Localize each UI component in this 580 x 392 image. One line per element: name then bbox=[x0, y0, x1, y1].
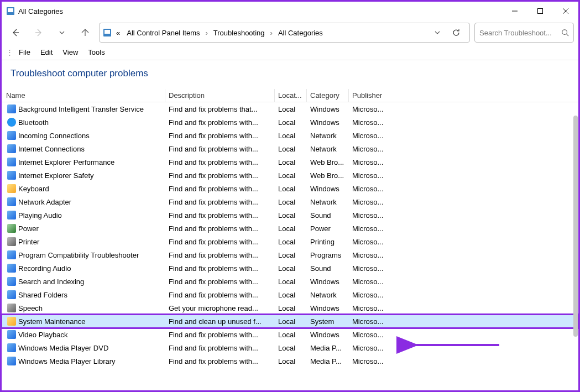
breadcrumb-item[interactable]: Troubleshooting bbox=[211, 28, 267, 38]
cell-publisher: Microso... bbox=[349, 238, 390, 246]
item-icon bbox=[7, 317, 16, 326]
list-item[interactable]: Windows Media Player DVDFind and fix pro… bbox=[2, 341, 578, 354]
list-item[interactable]: Incoming ConnectionsFind and fix problem… bbox=[2, 129, 578, 142]
cell-location: Local bbox=[275, 211, 307, 219]
cell-publisher: Microso... bbox=[349, 105, 390, 113]
item-icon bbox=[7, 118, 16, 127]
cell-publisher: Microso... bbox=[349, 198, 390, 206]
cell-publisher: Microso... bbox=[349, 185, 390, 193]
cell-description: Find and fix problems with... bbox=[165, 251, 275, 259]
cell-category: Sound bbox=[307, 211, 349, 219]
cell-publisher: Microso... bbox=[349, 145, 390, 153]
cell-name: Power bbox=[2, 224, 165, 233]
refresh-button[interactable] bbox=[446, 23, 466, 43]
cell-publisher: Microso... bbox=[349, 251, 390, 259]
search-input[interactable]: Search Troubleshoot... bbox=[474, 23, 574, 43]
cell-location: Local bbox=[275, 278, 307, 286]
column-header-category[interactable]: Category bbox=[307, 89, 349, 102]
menu-file[interactable]: File bbox=[19, 48, 30, 56]
cell-name: Video Playback bbox=[2, 330, 165, 339]
list-item[interactable]: Playing AudioFind and fix problems with.… bbox=[2, 208, 578, 222]
cell-location: Local bbox=[275, 132, 307, 140]
cell-category: Media P... bbox=[307, 344, 349, 352]
close-button[interactable] bbox=[553, 2, 578, 20]
list-item[interactable]: Search and IndexingFind and fix problems… bbox=[2, 275, 578, 288]
cell-name: Recording Audio bbox=[2, 264, 165, 273]
list-item[interactable]: Windows Media Player LibraryFind and fix… bbox=[2, 354, 578, 368]
cell-description: Find and fix problems with... bbox=[165, 132, 275, 140]
list-item[interactable]: Recording AudioFind and fix problems wit… bbox=[2, 262, 578, 275]
list-item[interactable]: Internet Explorer PerformanceFind and fi… bbox=[2, 155, 578, 169]
chevron-down-icon[interactable] bbox=[434, 29, 441, 36]
cell-category: Network bbox=[307, 132, 349, 140]
back-button[interactable] bbox=[6, 23, 25, 42]
list-item[interactable]: Internet Explorer SafetyFind and fix pro… bbox=[2, 169, 578, 182]
cell-location: Local bbox=[275, 171, 307, 180]
menu-tools[interactable]: Tools bbox=[88, 48, 104, 56]
cell-publisher: Microso... bbox=[349, 331, 390, 339]
list-item[interactable]: KeyboardFind and fix problems with...Loc… bbox=[2, 182, 578, 195]
column-header-name[interactable]: Name bbox=[2, 89, 165, 102]
list-item[interactable]: System MaintenanceFind and clean up unus… bbox=[2, 315, 578, 328]
list-item[interactable]: Video PlaybackFind and fix problems with… bbox=[2, 328, 578, 341]
address-bar[interactable]: « All Control Panel Items › Troubleshoot… bbox=[99, 23, 470, 43]
cell-description: Find and fix problems with... bbox=[165, 291, 275, 299]
menu-view[interactable]: View bbox=[62, 48, 78, 56]
list-item[interactable]: BluetoothFind and fix problems with...Lo… bbox=[2, 116, 578, 129]
cell-category: Sound bbox=[307, 264, 349, 273]
breadcrumb-item[interactable]: All Control Panel Items bbox=[124, 28, 202, 38]
breadcrumb-item[interactable]: All Categories bbox=[276, 28, 325, 38]
window-title: All Categories bbox=[18, 7, 63, 15]
menu-edit[interactable]: Edit bbox=[40, 48, 53, 56]
item-icon bbox=[7, 158, 16, 166]
cell-category: Printing bbox=[307, 238, 349, 246]
cell-category: Network bbox=[307, 145, 349, 153]
cell-description: Find and fix problems with... bbox=[165, 158, 275, 166]
column-header-location[interactable]: Locat... bbox=[275, 89, 307, 102]
drag-handle-icon[interactable]: ⋮ bbox=[6, 48, 12, 56]
column-header-description[interactable]: Description bbox=[165, 89, 275, 102]
item-icon bbox=[7, 144, 16, 153]
cell-publisher: Microso... bbox=[349, 278, 390, 286]
cell-name: Program Compatibility Troubleshooter bbox=[2, 250, 165, 259]
list-item[interactable]: PowerFind and fix problems with...LocalP… bbox=[2, 222, 578, 235]
list-item[interactable]: PrinterFind and fix problems with...Loca… bbox=[2, 235, 578, 248]
list-item[interactable]: Program Compatibility TroubleshooterFind… bbox=[2, 248, 578, 262]
scrollbar[interactable] bbox=[573, 110, 578, 342]
cell-category: Network bbox=[307, 291, 349, 299]
list-item[interactable]: Shared FoldersFind and fix problems with… bbox=[2, 288, 578, 301]
list-item[interactable]: Network AdapterFind and fix problems wit… bbox=[2, 195, 578, 208]
history-dropdown-button[interactable] bbox=[53, 23, 71, 42]
list-item[interactable]: Background Intelligent Transfer ServiceF… bbox=[2, 102, 578, 116]
item-name-label: Network Adapter bbox=[18, 198, 71, 206]
forward-arrow-icon bbox=[34, 28, 43, 37]
cell-category: Windows bbox=[307, 105, 349, 113]
cell-name: Windows Media Player Library bbox=[2, 357, 165, 365]
minimize-button[interactable] bbox=[502, 2, 527, 20]
cell-location: Local bbox=[275, 344, 307, 352]
column-header-publisher[interactable]: Publisher bbox=[349, 89, 390, 102]
cell-description: Find and fix problems with... bbox=[165, 344, 275, 352]
cell-location: Local bbox=[275, 251, 307, 259]
forward-button[interactable] bbox=[29, 23, 48, 42]
breadcrumb-prefix: « bbox=[114, 28, 122, 38]
cell-category: Windows bbox=[307, 278, 349, 286]
item-name-label: Windows Media Player Library bbox=[18, 357, 116, 365]
cell-category: Programs bbox=[307, 251, 349, 259]
cell-name: Internet Explorer Performance bbox=[2, 158, 165, 166]
cell-category: Web Bro... bbox=[307, 158, 349, 166]
cell-publisher: Microso... bbox=[349, 224, 390, 233]
cell-name: Keyboard bbox=[2, 184, 165, 193]
list-item[interactable]: Internet ConnectionsFind and fix problem… bbox=[2, 142, 578, 155]
maximize-button[interactable] bbox=[527, 2, 553, 20]
up-button[interactable] bbox=[76, 23, 95, 42]
cell-name: Background Intelligent Transfer Service bbox=[2, 104, 165, 113]
menu-bar: ⋮ File Edit View Tools bbox=[2, 45, 578, 60]
list-item[interactable]: SpeechGet your microphone read...LocalWi… bbox=[2, 301, 578, 315]
cell-publisher: Microso... bbox=[349, 158, 390, 166]
cell-location: Local bbox=[275, 291, 307, 299]
item-icon bbox=[7, 357, 16, 365]
item-name-label: Recording Audio bbox=[18, 264, 71, 273]
scrollbar-thumb[interactable] bbox=[573, 116, 578, 337]
cell-location: Local bbox=[275, 185, 307, 193]
